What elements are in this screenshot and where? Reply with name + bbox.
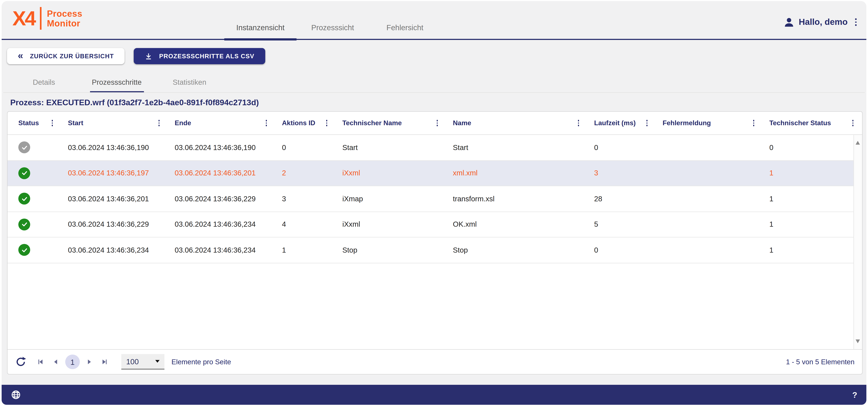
user-menu: Hallo, demo: [783, 1, 860, 41]
cell-technischer-name: Stop: [336, 246, 446, 254]
person-icon: [783, 17, 795, 28]
cell-technischer-status: 1: [763, 246, 862, 254]
select-dropdown-arrow-icon: [155, 360, 160, 363]
cell-aktions-id: 3: [276, 195, 336, 203]
cell-laufzeit: 5: [588, 221, 656, 229]
toolbar: « ZURÜCK ZUR ÜBERSICHT PROZESSSCHRITTE A…: [7, 48, 265, 64]
column-header-aktions-id: Aktions ID: [276, 112, 336, 135]
table-row[interactable]: 03.06.2024 13:46:36,201 03.06.2024 13:46…: [7, 186, 862, 212]
cell-name: transform.xsl: [446, 195, 588, 203]
cell-start: 03.06.2024 13:46:36,234: [61, 246, 168, 254]
column-menu-kebab-icon[interactable]: [750, 118, 758, 128]
logo-line1: Process: [47, 9, 82, 18]
cell-name: xml.xml: [446, 169, 588, 177]
status-success-check-icon: [18, 193, 30, 205]
table-header-row: Status Start Ende Aktions ID Technischer…: [7, 112, 862, 135]
table-scrollbar[interactable]: [854, 135, 862, 349]
tab-details[interactable]: Details: [7, 72, 80, 93]
column-header-laufzeit: Laufzeit (ms): [588, 112, 656, 135]
cell-ende: 03.06.2024 13:46:36,229: [168, 195, 276, 203]
cell-name: OK.xml: [446, 221, 588, 229]
cell-name: Start: [446, 143, 588, 151]
cell-technischer-status: 1: [763, 169, 862, 177]
column-menu-kebab-icon[interactable]: [643, 118, 651, 128]
tab-fehlersicht[interactable]: Fehlersicht: [369, 23, 441, 39]
scroll-down-icon[interactable]: [856, 340, 860, 343]
cell-aktions-id: 4: [276, 221, 336, 229]
column-header-technischer-status: Technischer Status: [763, 112, 862, 135]
column-header-status: Status: [7, 112, 61, 135]
tab-prozesssicht[interactable]: Prozesssicht: [297, 23, 369, 39]
help-button[interactable]: ?: [852, 390, 857, 399]
table-row[interactable]: 03.06.2024 13:46:36,190 03.06.2024 13:46…: [7, 135, 862, 161]
cell-ende: 03.06.2024 13:46:36,234: [168, 221, 276, 229]
status-success-check-icon: [18, 244, 30, 256]
cell-ende: 03.06.2024 13:46:36,201: [168, 169, 276, 177]
back-to-overview-button[interactable]: « ZURÜCK ZUR ÜBERSICHT: [7, 48, 125, 64]
tab-instanzensicht[interactable]: Instanzensicht: [224, 23, 297, 39]
table-row[interactable]: 03.06.2024 13:46:36,229 03.06.2024 13:46…: [7, 212, 862, 238]
tab-statistiken[interactable]: Statistiken: [153, 72, 226, 93]
cell-laufzeit: 3: [588, 169, 656, 177]
export-csv-button[interactable]: PROZESSSCHRITTE ALS CSV: [134, 48, 265, 64]
column-header-start: Start: [61, 112, 168, 135]
current-page-indicator[interactable]: 1: [65, 355, 80, 369]
pagination-bar: 1 100 Elemente pro Seite 1 - 5 von 5 Ele…: [7, 349, 862, 374]
first-page-icon[interactable]: [37, 358, 44, 366]
app-window: X4 Process Monitor Instanzensicht Prozes…: [2, 1, 866, 405]
cell-start: 03.06.2024 13:46:36,229: [61, 221, 168, 229]
cell-technischer-name: iXxml: [336, 169, 446, 177]
status-neutral-check-icon: [18, 142, 30, 153]
column-menu-kebab-icon[interactable]: [262, 118, 270, 128]
logo-title: Process Monitor: [47, 9, 82, 28]
cell-laufzeit: 0: [588, 246, 656, 254]
back-button-label: ZURÜCK ZUR ÜBERSICHT: [30, 53, 114, 59]
scroll-up-icon[interactable]: [856, 141, 860, 145]
top-bar: X4 Process Monitor Instanzensicht Prozes…: [2, 1, 866, 40]
tab-prozessschritte[interactable]: Prozessschritte: [80, 72, 153, 93]
table-row-selected[interactable]: 03.06.2024 13:46:36,197 03.06.2024 13:46…: [7, 161, 862, 186]
cell-aktions-id: 2: [276, 169, 336, 177]
column-menu-kebab-icon[interactable]: [48, 118, 56, 128]
user-menu-kebab-icon[interactable]: [852, 17, 860, 28]
detail-tabs: Details Prozessschritte Statistiken: [7, 72, 226, 93]
column-menu-kebab-icon[interactable]: [155, 118, 163, 128]
cell-start: 03.06.2024 13:46:36,201: [61, 195, 168, 203]
range-label: 1 - 5 von 5 Elementen: [786, 358, 855, 366]
download-icon: [145, 52, 153, 60]
logo-divider: [40, 7, 41, 30]
cell-start: 03.06.2024 13:46:36,190: [61, 143, 168, 151]
status-success-check-icon: [18, 167, 30, 179]
main-nav-tabs: Instanzensicht Prozesssicht Fehlersicht: [224, 1, 441, 39]
page-size-select[interactable]: 100: [121, 354, 164, 370]
globe-icon[interactable]: [11, 390, 21, 400]
cell-name: Stop: [446, 246, 588, 254]
cell-ende: 03.06.2024 13:46:36,234: [168, 246, 276, 254]
logo-line2: Monitor: [47, 18, 80, 28]
cell-technischer-name: Start: [336, 143, 446, 151]
cell-start: 03.06.2024 13:46:36,197: [61, 169, 168, 177]
column-menu-kebab-icon[interactable]: [433, 118, 441, 128]
cell-technischer-name: iXmap: [336, 195, 446, 203]
cell-laufzeit: 28: [588, 195, 656, 203]
refresh-icon[interactable]: [15, 356, 26, 368]
table-body: 03.06.2024 13:46:36,190 03.06.2024 13:46…: [7, 135, 862, 263]
column-menu-kebab-icon[interactable]: [849, 118, 857, 128]
csv-button-label: PROZESSSCHRITTE ALS CSV: [159, 53, 254, 59]
table-row[interactable]: 03.06.2024 13:46:36,234 03.06.2024 13:46…: [7, 237, 862, 263]
last-page-icon[interactable]: [101, 358, 108, 366]
next-page-icon[interactable]: [86, 358, 93, 366]
page-size-label: Elemente pro Seite: [172, 358, 231, 366]
status-success-check-icon: [18, 218, 30, 230]
column-header-name: Name: [446, 112, 588, 135]
previous-page-icon[interactable]: [52, 358, 59, 366]
cell-ende: 03.06.2024 13:46:36,190: [168, 143, 276, 151]
cell-laufzeit: 0: [588, 143, 656, 151]
process-title: Prozess: EXECUTED.wrf (01f3a2f7-1e2b-4ae…: [10, 98, 259, 107]
cell-technischer-name: iXxml: [336, 221, 446, 229]
process-steps-table: Status Start Ende Aktions ID Technischer…: [7, 111, 863, 375]
chevron-double-left-icon: «: [18, 51, 24, 60]
column-header-technischer-name: Technischer Name: [336, 112, 446, 135]
column-menu-kebab-icon[interactable]: [575, 118, 583, 128]
column-menu-kebab-icon[interactable]: [323, 118, 331, 128]
